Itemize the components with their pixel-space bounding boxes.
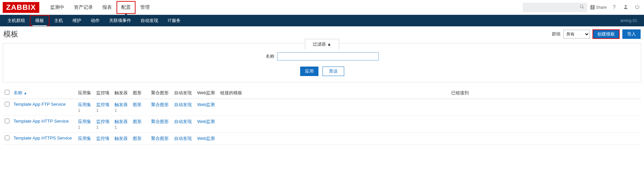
screen-link[interactable]: 聚合图形 (151, 135, 170, 142)
sub-nav-maintenance[interactable]: 维护 (68, 15, 86, 26)
filter-tab[interactable]: 过滤器 ▲ (305, 39, 339, 49)
sub-nav-correlation[interactable]: 关联项事件 (104, 15, 136, 26)
graph-link[interactable]: 图形 (133, 135, 147, 142)
table-row: Template App FTP Service应用集 1监控项 1触发器 1图… (3, 99, 641, 116)
col-header-linked: 链接的模板 (218, 87, 449, 99)
top-nav-monitoring[interactable]: 监测中 (45, 1, 69, 14)
select-all-checkbox[interactable] (5, 90, 9, 95)
top-nav-inventory[interactable]: 资产记录 (69, 1, 98, 14)
sub-nav-templates[interactable]: 模板 (30, 15, 49, 26)
share-label: Share (596, 5, 607, 10)
row-checkbox[interactable] (5, 135, 9, 140)
title-right: 群组 所有 创建模板 导入 (552, 29, 641, 39)
sub-nav-actions[interactable]: 动作 (86, 15, 104, 26)
trigger-link[interactable]: 触发器 1 (115, 119, 129, 130)
count: 1 (78, 108, 80, 113)
top-nav-reports[interactable]: 报表 (98, 1, 117, 14)
top-right: Z Share ? (523, 3, 641, 12)
filter-apply-button[interactable]: 应用 (300, 67, 318, 76)
svg-point-2 (625, 5, 626, 6)
filter-reset-button[interactable]: 重设 (323, 67, 344, 76)
web-link[interactable]: Web监测 (197, 135, 216, 142)
discovery-link[interactable]: 自动发现 (174, 135, 193, 142)
item-link[interactable]: 监控项 (96, 135, 110, 142)
col-header-trigger: 触发器 (112, 87, 131, 99)
sub-nav-hostname: aming-01 (620, 18, 641, 23)
filter-body: 名称 应用 重设 (3, 50, 641, 82)
help-button[interactable]: ? (610, 4, 618, 10)
trigger-link[interactable]: 触发器 1 (115, 102, 129, 113)
col-header-graph: 图形 (131, 87, 149, 99)
template-name-link[interactable]: Template App HTTPS Service (14, 135, 72, 141)
import-button[interactable]: 导入 (622, 29, 641, 39)
count: 1 (78, 125, 80, 130)
filter-row: 名称 (3, 52, 641, 60)
col-header-app: 应用集 (76, 87, 94, 99)
table-header-row: 名称 ▲ 应用集 监控项 触发器 图形 聚合图形 自动发现 Web监测 链接的模… (3, 87, 641, 99)
col-header-item: 监控项 (94, 87, 112, 99)
count: 1 (96, 108, 99, 113)
col-header-linkedto: 已链接到 (449, 87, 641, 99)
logo[interactable]: ZABBIX (3, 2, 39, 13)
search-icon (580, 4, 584, 10)
app-link[interactable]: 应用集 1 (78, 119, 92, 130)
table-row: Template App HTTPS Service应用集监控项触发器图形聚合图… (3, 133, 641, 145)
item-link[interactable]: 监控项 1 (96, 102, 110, 113)
top-header: ZABBIX 监测中 资产记录 报表 配置 管理 Z Share ? (0, 0, 644, 15)
sort-asc-icon: ▲ (24, 91, 27, 95)
group-select[interactable]: 所有 (563, 30, 590, 39)
zabbix-z-icon: Z (590, 5, 595, 9)
row-checkbox[interactable] (5, 119, 9, 123)
create-template-button[interactable]: 创建模板 (593, 29, 620, 39)
top-nav-configuration[interactable]: 配置 (117, 1, 136, 14)
discovery-link[interactable]: 自动发现 (174, 102, 193, 108)
table-row: Template App HTTP Service应用集 1监控项 1触发器 1… (3, 116, 641, 133)
svg-point-0 (580, 5, 583, 8)
templates-table: 名称 ▲ 应用集 监控项 触发器 图形 聚合图形 自动发现 Web监测 链接的模… (3, 87, 641, 145)
filter-buttons: 应用 重设 (3, 67, 641, 76)
graph-link[interactable]: 图形 (133, 102, 147, 108)
col-header-name[interactable]: 名称 ▲ (12, 87, 76, 99)
app-link[interactable]: 应用集 (78, 135, 92, 142)
web-link[interactable]: Web监测 (197, 102, 216, 108)
row-checkbox[interactable] (5, 102, 9, 106)
sub-nav-hosts[interactable]: 主机 (49, 15, 68, 26)
web-link[interactable]: Web监测 (197, 119, 216, 125)
sub-nav: 主机群组 模板 主机 维护 动作 关联项事件 自动发现 IT服务 aming-0… (0, 15, 644, 26)
share-button[interactable]: Z Share (590, 5, 607, 10)
count: 1 (115, 125, 117, 130)
screen-link[interactable]: 聚合图形 (151, 119, 170, 125)
page-title: 模板 (3, 29, 18, 39)
screen-link[interactable]: 聚合图形 (151, 102, 170, 108)
col-header-name-label: 名称 (14, 90, 22, 95)
col-header-discovery: 自动发现 (172, 87, 195, 99)
app-link[interactable]: 应用集 1 (78, 102, 92, 113)
power-icon[interactable] (633, 4, 641, 11)
top-nav: 监测中 资产记录 报表 配置 管理 (45, 1, 154, 14)
filter-tab-row: 过滤器 ▲ (3, 44, 641, 50)
sub-nav-itservices[interactable]: IT服务 (163, 15, 185, 26)
col-header-screen: 聚合图形 (149, 87, 172, 99)
filter-name-label: 名称 (266, 53, 274, 59)
graph-link[interactable]: 图形 (133, 119, 147, 125)
item-link[interactable]: 监控项 1 (96, 119, 110, 130)
trigger-link[interactable]: 触发器 (115, 135, 129, 142)
template-name-link[interactable]: Template App FTP Service (14, 102, 66, 107)
discovery-link[interactable]: 自动发现 (174, 119, 193, 125)
sub-nav-discovery[interactable]: 自动发现 (136, 15, 163, 26)
col-header-web: Web监测 (195, 87, 218, 99)
count: 1 (96, 125, 99, 130)
svg-line-1 (583, 7, 584, 9)
group-label: 群组 (552, 31, 561, 37)
search-box[interactable] (523, 3, 587, 12)
filter-section: 过滤器 ▲ 名称 应用 重设 (3, 43, 641, 82)
count: 1 (115, 108, 117, 113)
user-icon[interactable] (622, 4, 630, 11)
filter-name-input[interactable] (277, 52, 379, 60)
template-name-link[interactable]: Template App HTTP Service (14, 119, 69, 124)
sub-nav-hostgroups[interactable]: 主机群组 (3, 15, 30, 26)
top-nav-admin[interactable]: 管理 (136, 1, 154, 14)
